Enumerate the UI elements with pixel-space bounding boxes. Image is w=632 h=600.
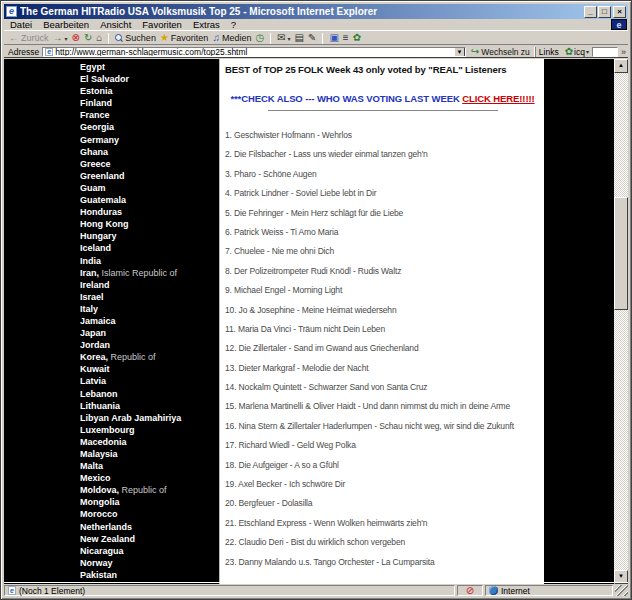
search-button[interactable]: Suchen (115, 33, 156, 43)
sidebar-country-link[interactable]: Mexico (80, 472, 219, 484)
sidebar-country-link[interactable]: Iran, Islamic Republic of (80, 267, 219, 279)
sidebar-country-link[interactable]: Egypt (80, 61, 219, 73)
stop-button[interactable]: ⊗ (72, 33, 80, 43)
country-name: Macedonia (80, 437, 127, 447)
song-list-item: 7. Chuelee - Nie me ohni Dich (225, 246, 540, 257)
sidebar-country-link[interactable]: Greece (80, 158, 219, 170)
sidebar-country-link[interactable]: Malaysia (80, 448, 219, 460)
refresh-button[interactable]: ↻ (84, 33, 92, 43)
media-button[interactable]: ♫ Medien (212, 33, 251, 43)
sidebar-country-link[interactable]: Iceland (80, 242, 219, 254)
browser-window: e The German HITRadio USA Volksmusik Top… (0, 0, 632, 600)
resize-grip[interactable] (615, 585, 628, 596)
toolbar-overflow-chevron[interactable]: » (621, 47, 626, 57)
sidebar-country-link[interactable]: Libyan Arab Jamahiriya (80, 412, 219, 424)
sidebar-country-link[interactable]: Jamaica (80, 315, 219, 327)
sidebar-country-link[interactable]: Italy (80, 303, 219, 315)
menu-favoriten[interactable]: Favoriten (142, 19, 182, 30)
sidebar-country-link[interactable]: Guatemala (80, 194, 219, 206)
sidebar-country-link[interactable]: Ireland (80, 279, 219, 291)
sidebar-country-link[interactable]: Netherlands (80, 521, 219, 533)
home-button[interactable]: ⌂ (96, 33, 102, 43)
edit-pencil-icon: ✎ (308, 33, 316, 43)
scrollbar-thumb[interactable] (614, 197, 628, 310)
sidebar-country-link[interactable]: Estonia (80, 85, 219, 97)
edit-button[interactable]: ✎ (308, 33, 316, 43)
sidebar-country-link[interactable]: Guam (80, 182, 219, 194)
sidebar-country-link[interactable]: New Zealand (80, 533, 219, 545)
favorites-button[interactable]: ★ Favoriten (160, 33, 209, 43)
sidebar-country-link[interactable]: Georgia (80, 121, 219, 133)
sidebar-country-link[interactable]: Jordan (80, 339, 219, 351)
go-button[interactable]: ↪ Wechseln zu (469, 47, 532, 57)
back-button[interactable]: ← Zurück (9, 33, 49, 43)
address-url[interactable]: http://www.german-schlagermusic.com/top2… (55, 47, 454, 57)
sidebar-country-link[interactable]: Korea, Republic of (80, 351, 219, 363)
ie-brand-logo: e (611, 19, 627, 30)
sidebar-country-link[interactable]: Hungary (80, 230, 219, 242)
sidebar-country-link[interactable]: Pakistan (80, 569, 219, 581)
click-here-link[interactable]: CLICK HERE!!!!! (462, 93, 534, 104)
sidebar-country-link[interactable]: Germany (80, 134, 219, 146)
sidebar-country-link[interactable]: Kuwait (80, 363, 219, 375)
sidebar-country-link[interactable]: India (80, 255, 219, 267)
address-dropdown-button[interactable]: ▼ (454, 47, 465, 57)
stop-icon: ⊗ (72, 33, 80, 43)
messenger-button[interactable]: ≡ (343, 33, 349, 43)
sidebar-country-link[interactable]: Norway (80, 557, 219, 569)
menu-datei[interactable]: Datei (10, 19, 32, 30)
menu-bearbeiten[interactable]: Bearbeiten (43, 19, 89, 30)
sidebar-country-link[interactable]: France (80, 109, 219, 121)
close-button[interactable]: × (613, 6, 626, 18)
scroll-up-button[interactable]: ▲ (614, 59, 628, 73)
print-button[interactable]: ▤ (295, 33, 304, 43)
song-list: 1. Geschwister Hofmann - Wehrlos2. Die F… (225, 130, 540, 568)
menu-bar: Datei Bearbeiten Ansicht Favoriten Extra… (4, 19, 628, 31)
country-name: Malta (80, 461, 103, 471)
vertical-scrollbar[interactable]: ▲ ▼ (614, 59, 628, 584)
icq-toolbar-button[interactable]: ✿ (353, 33, 361, 43)
links-toolbar-label[interactable]: Links (535, 47, 562, 57)
sidebar-country-link[interactable]: Luxembourg (80, 424, 219, 436)
minimize-button[interactable]: _ (584, 6, 597, 18)
icq-links-button[interactable]: ✿ icq ▾ (565, 47, 589, 57)
country-name: Lithuania (80, 401, 120, 411)
title-bar: e The German HITRadio USA Volksmusik Top… (4, 4, 628, 19)
sidebar-country-link[interactable]: Macedonia (80, 436, 219, 448)
history-button[interactable]: ◷ (255, 33, 264, 43)
sidebar-country-link[interactable]: Malta (80, 460, 219, 472)
sidebar-country-link[interactable]: Latvia (80, 375, 219, 387)
country-name: Kuwait (80, 364, 110, 374)
country-name: Mexico (80, 473, 111, 483)
country-name: Iran, (80, 268, 99, 278)
sidebar-country-link[interactable]: Ghana (80, 146, 219, 158)
media-icon: ♫ (212, 33, 220, 43)
status-main-pane: e (Noch 1 Element) (4, 585, 455, 596)
menu-hilfe[interactable]: ? (231, 19, 236, 30)
maximize-button[interactable]: □ (598, 6, 611, 18)
address-input[interactable]: e http://www.german-schlagermusic.com/to… (42, 47, 466, 57)
sidebar-country-link[interactable]: Morocco (80, 508, 219, 520)
sidebar-country-link[interactable]: Japan (80, 327, 219, 339)
toolbar-mini-inputbox[interactable] (592, 47, 618, 57)
sidebar-country-link[interactable]: El Salvador (80, 73, 219, 85)
country-name: Latvia (80, 376, 106, 386)
sidebar-country-link[interactable]: Mongolia (80, 496, 219, 508)
sidebar-country-link[interactable]: Honduras (80, 206, 219, 218)
sidebar-country-link[interactable]: Nicaragua (80, 545, 219, 557)
menu-ansicht[interactable]: Ansicht (100, 19, 131, 30)
sidebar-country-link[interactable]: Finland (80, 97, 219, 109)
sidebar-country-link[interactable]: Israel (80, 291, 219, 303)
sidebar-country-link[interactable]: Lebanon (80, 388, 219, 400)
right-black-column (544, 59, 614, 584)
forward-button[interactable]: → ▾ (53, 33, 68, 43)
menu-extras[interactable]: Extras (193, 19, 220, 30)
sidebar-country-link[interactable]: Moldova, Republic of (80, 484, 219, 496)
offline-icon: ⊘ (466, 586, 474, 596)
sidebar-country-link[interactable]: Hong Kong (80, 218, 219, 230)
discuss-button[interactable]: ▣ (329, 33, 338, 43)
sidebar-country-link[interactable]: Greenland (80, 170, 219, 182)
sidebar-country-link[interactable]: Lithuania (80, 400, 219, 412)
window-title: The German HITRadio USA Volksmusik Top 2… (20, 6, 583, 17)
mail-button[interactable]: ✉ ▾ (277, 33, 290, 43)
